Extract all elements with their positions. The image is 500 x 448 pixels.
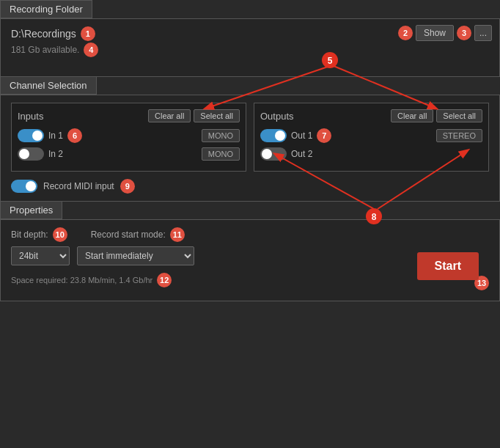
in2-mono-btn[interactable]: MONO (202, 147, 240, 161)
midi-label: Record MIDI input (43, 181, 114, 191)
midi-toggle[interactable] (11, 180, 37, 193)
badge-2: 2 (398, 26, 413, 40)
badge-11: 11 (170, 227, 185, 242)
badge-7: 7 (317, 128, 331, 143)
in2-label: In 2 (48, 149, 63, 159)
out2-label: Out 2 (291, 149, 312, 159)
properties-tab: Properties (0, 201, 62, 219)
inputs-label: Inputs (18, 111, 43, 122)
record-start-label: Record start mode: (91, 229, 166, 240)
start-button[interactable]: Start (417, 252, 479, 280)
in1-mono-btn[interactable]: MONO (202, 129, 240, 142)
dots-button[interactable]: ... (474, 25, 492, 41)
in1-toggle[interactable] (18, 129, 44, 142)
channel-selection-title: Channel Selection (10, 80, 87, 91)
out2-toggle[interactable] (260, 147, 287, 161)
bit-depth-select[interactable]: 24bit 16bit 32bit (11, 246, 70, 265)
show-button[interactable]: Show (416, 25, 454, 41)
out1-label: Out 1 (291, 131, 312, 141)
outputs-label: Outputs (260, 111, 294, 122)
badge-1: 1 (81, 26, 95, 41)
badge-12: 12 (157, 273, 172, 287)
badge-4: 4 (84, 43, 98, 57)
folder-path: D:\Recordings (11, 28, 76, 40)
recording-folder-tab: Recording Folder (0, 0, 92, 18)
in1-label: In 1 (48, 131, 63, 141)
space-required: Space required: 23.8 Mb/min, 1.4 Gb/hr (11, 276, 152, 284)
outputs-select-all[interactable]: Select all (436, 109, 482, 122)
recording-folder-title: Recording Folder (10, 4, 83, 15)
folder-space: 181 Gb available. (11, 45, 79, 55)
out1-toggle[interactable] (260, 129, 287, 142)
badge-3: 3 (457, 26, 471, 40)
record-start-select[interactable]: Start immediately On input Manual (77, 246, 194, 265)
outputs-clear-all[interactable]: Clear all (391, 109, 433, 122)
in2-toggle[interactable] (18, 147, 44, 161)
bit-depth-label: Bit depth: (11, 229, 48, 240)
inputs-clear-all[interactable]: Clear all (148, 109, 191, 122)
properties-title: Properties (10, 205, 53, 216)
channel-selection-tab: Channel Selection (0, 76, 97, 95)
inputs-select-all[interactable]: Select all (194, 109, 240, 122)
out1-stereo-btn[interactable]: STEREO (436, 129, 482, 142)
badge-9: 9 (120, 179, 135, 194)
badge-10: 10 (53, 227, 67, 242)
badge-6: 6 (67, 128, 82, 143)
